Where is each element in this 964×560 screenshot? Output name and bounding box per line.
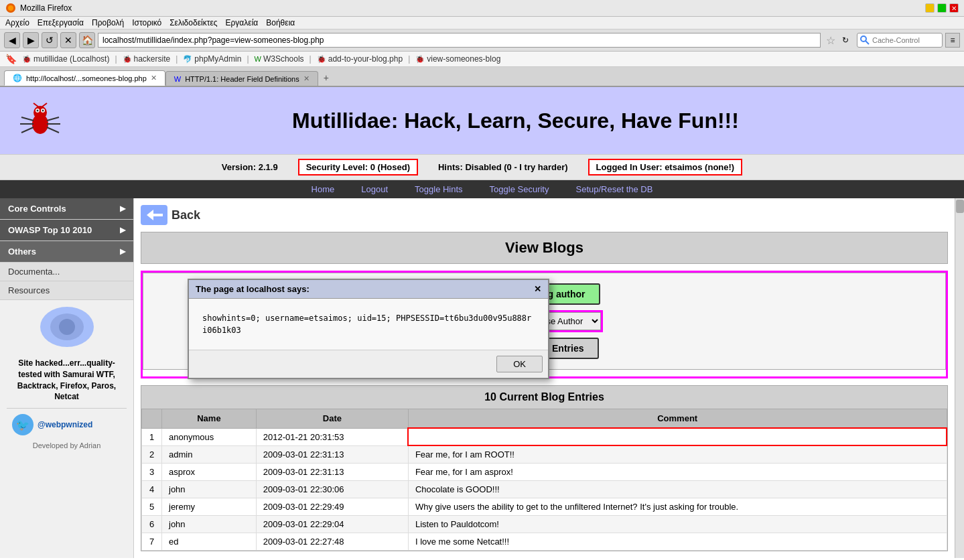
bookmark-add-blog[interactable]: 🐞 add-to-your-blog.php	[317, 54, 403, 64]
col-num	[142, 409, 162, 429]
cell-comment: Listen to Pauldotcom!	[408, 516, 947, 533]
menu-history[interactable]: Ιστορικό	[132, 18, 161, 27]
cell-name: anonymous	[162, 428, 257, 445]
search-input[interactable]	[872, 36, 939, 44]
dialog-close-icon[interactable]: ✕	[534, 284, 541, 294]
cell-date: 2012-01-21 20:31:53	[256, 428, 408, 445]
svg-point-19	[59, 319, 75, 335]
bookmark-w3schools[interactable]: W W3Schools	[255, 54, 304, 64]
address-bar[interactable]	[98, 33, 821, 48]
menu-help[interactable]: Βοήθεια	[266, 18, 295, 27]
entries-heading: 10 Current Blog Entries	[141, 386, 947, 409]
table-row: 6john2009-03-01 22:29:04Listen to Pauldo…	[142, 516, 947, 533]
cell-comment: Fear me, for I am asprox!	[408, 464, 947, 481]
cell-name: john	[162, 516, 257, 533]
dialog-title: The page at localhost says: ✕	[189, 280, 548, 299]
forward-nav-btn[interactable]: ▶	[23, 32, 39, 48]
sidebar-item-owasp[interactable]: OWASP Top 10 2010 ▶	[0, 220, 133, 241]
cell-date: 2009-03-01 22:27:48	[256, 533, 408, 551]
dialog-ok-btn[interactable]: OK	[496, 356, 543, 372]
cell-num: 7	[142, 533, 162, 551]
cell-name: admin	[162, 445, 257, 464]
cell-comment: Chocolate is GOOD!!!	[408, 481, 947, 498]
sidebar-globe-icon	[40, 307, 94, 347]
owasp-arrow: ▶	[120, 226, 125, 234]
browser-titlebar: Mozilla Firefox ✕	[0, 0, 964, 17]
scrollbar-thumb[interactable]	[956, 200, 964, 213]
tab-close-2[interactable]: ✕	[303, 74, 309, 83]
reload-btn[interactable]: ↺	[42, 32, 58, 48]
nav-toggle-hints[interactable]: Toggle Hints	[415, 184, 463, 194]
site-title: Mutillidae: Hack, Learn, Secure, Have Fu…	[80, 109, 951, 133]
sidebar-item-resources[interactable]: Resources	[0, 281, 133, 300]
dialog-box: The page at localhost says: ✕ showhints=…	[188, 279, 549, 379]
sidebar-image-area: Site hacked...err...quality-tested with …	[0, 300, 133, 458]
status-bar: Version: 2.1.9 Security Level: 0 (Hosed)…	[0, 154, 964, 180]
cell-num: 6	[142, 516, 162, 533]
maximize-btn[interactable]	[937, 3, 947, 13]
cell-name: ed	[162, 533, 257, 551]
section-heading: View Blogs	[141, 232, 948, 264]
page-scrollbar	[955, 198, 964, 558]
others-arrow: ▶	[120, 247, 125, 256]
bookmark-phpmyadmin[interactable]: 🐬 phpMyAdmin	[183, 54, 241, 64]
back-button[interactable]: Back	[141, 205, 948, 225]
svg-line-10	[33, 103, 39, 107]
table-row: 1anonymous2012-01-21 20:31:53	[142, 428, 947, 445]
tab-close-1[interactable]: ✕	[151, 74, 157, 82]
page-wrapper: Mutillidae: Hack, Learn, Secure, Have Fu…	[0, 87, 964, 558]
bm-sep4: |	[309, 54, 312, 64]
bm-sep5: |	[408, 54, 410, 64]
dialog-text: showhints=0; username=etsaimos; uid=15; …	[202, 312, 535, 336]
cell-date: 2009-03-01 22:29:04	[256, 516, 408, 533]
col-date: Date	[256, 409, 408, 429]
bookmark-star[interactable]: ☆	[826, 34, 835, 47]
svg-point-1	[8, 5, 13, 11]
back-nav-btn[interactable]: ◀	[4, 32, 20, 48]
bookmark-view-blog[interactable]: 🐞 view-someones-blog	[415, 54, 500, 64]
cell-comment: Why give users the ability to get to the…	[408, 498, 947, 516]
cell-date: 2009-03-01 22:31:13	[256, 445, 408, 464]
browser-menubar: Αρχείο Επεξεργασία Προβολή Ιστορικό Σελι…	[0, 17, 964, 29]
menu-file[interactable]: Αρχείο	[5, 18, 29, 27]
new-tab-btn[interactable]: +	[318, 70, 334, 86]
cell-num: 4	[142, 481, 162, 498]
logo-svg	[13, 100, 67, 141]
nav-toggle-security[interactable]: Toggle Security	[490, 184, 549, 194]
tab-http-header[interactable]: W HTTP/1.1: Header Field Definitions ✕	[165, 71, 318, 86]
menu-tools[interactable]: Εργαλεία	[226, 18, 259, 27]
sidebar-item-core-controls[interactable]: Core Controls ▶	[0, 198, 133, 220]
minimize-btn[interactable]	[925, 3, 935, 13]
nav-home[interactable]: Home	[312, 184, 335, 194]
cell-date: 2009-03-01 22:30:06	[256, 481, 408, 498]
menu-bookmarks[interactable]: Σελιδοδείκτες	[169, 18, 217, 27]
entries-table: Name Date Comment 1anonymous2012-01-21 2…	[141, 409, 947, 551]
menu-view[interactable]: Προβολή	[92, 18, 124, 27]
twitter-icon: 🐦	[12, 414, 33, 435]
cell-num: 2	[142, 445, 162, 464]
table-row: 3asprox2009-03-01 22:31:13Fear me, for I…	[142, 464, 947, 481]
dialog-footer: OK	[189, 350, 548, 378]
bookmark-hackersite[interactable]: 🐞 hackersite	[123, 54, 171, 64]
cell-date: 2009-03-01 22:29:49	[256, 498, 408, 516]
svg-line-15	[47, 117, 59, 121]
twitter-handle[interactable]: @webpwnized	[38, 420, 92, 429]
sidebar-item-documenta[interactable]: Documenta...	[0, 263, 133, 281]
bookmark-mutillidae[interactable]: 🐞 mutillidae (Localhost)	[22, 54, 109, 64]
tab-someones-blog[interactable]: 🌐 http://localhost/...someones-blog.php …	[4, 70, 165, 86]
cell-date: 2009-03-01 22:31:13	[256, 464, 408, 481]
browser-chrome: Mozilla Firefox ✕ Αρχείο Επεξεργασία Προ…	[0, 0, 964, 87]
nav-logout[interactable]: Logout	[361, 184, 388, 194]
home-nav-btn[interactable]: 🏠	[79, 32, 95, 48]
bm-sep1: |	[115, 54, 117, 64]
svg-point-2	[861, 36, 866, 42]
cell-comment: I love me some Netcat!!!	[408, 533, 947, 551]
refresh-icon: ↻	[842, 36, 849, 45]
nav-setup-db[interactable]: Setup/Reset the DB	[575, 184, 652, 194]
sidebar-item-others[interactable]: Others ▶	[0, 241, 133, 263]
stop-btn[interactable]: ✕	[60, 32, 76, 48]
site-logo	[13, 100, 67, 141]
close-btn[interactable]: ✕	[949, 3, 959, 13]
browser-menu-btn[interactable]: ≡	[945, 33, 960, 48]
menu-edit[interactable]: Επεξεργασία	[38, 18, 84, 27]
